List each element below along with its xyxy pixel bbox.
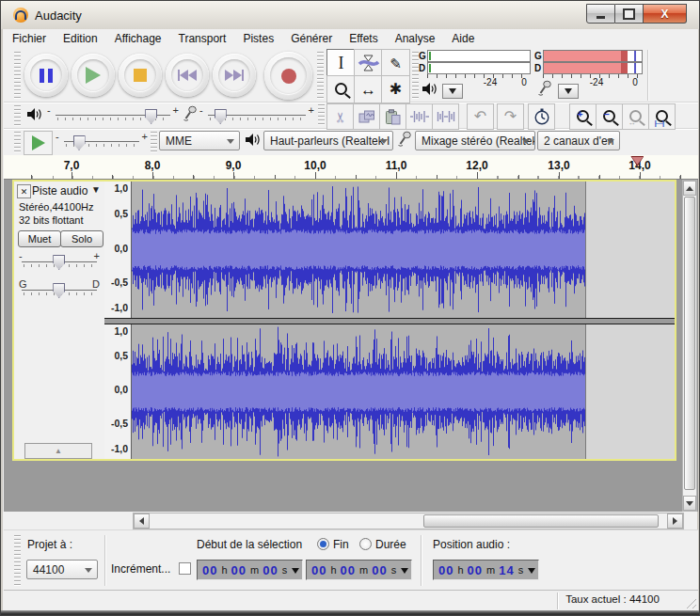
record-button[interactable] [264,52,312,100]
radio-end-label[interactable]: Fin [333,538,349,551]
radio-selection-duration[interactable] [359,538,372,550]
vertical-scrollbar[interactable] [682,180,697,512]
track-control-panel[interactable]: ✕ Piste audio ▼ Stéréo,44100Hz 32 bits f… [14,182,105,459]
play-meter-dropdown-button[interactable] [442,84,463,99]
timeline-ruler[interactable]: 7,0 8,0 9,0 10,0 11,0 12,0 13,0 14,0 [4,155,698,180]
track-gain-thumb[interactable] [53,255,65,270]
selection-toolbar-grip[interactable] [14,535,21,586]
transcription-toolbar-grip[interactable] [14,132,21,152]
trim-audio-button[interactable] [406,103,433,130]
digits[interactable]: 00 [468,563,483,577]
output-device-combo[interactable]: Haut-parleurs (Realtek I [263,131,393,150]
close-button[interactable]: X [644,4,687,24]
play-meter-bar-left[interactable] [427,50,531,62]
audio-track[interactable]: ✕ Piste audio ▼ Stéréo,44100Hz 32 bits f… [12,180,676,461]
output-volume-thumb[interactable] [145,109,157,124]
play-meter-bar-right[interactable] [427,62,531,74]
zoom-tool-button[interactable] [326,75,356,103]
silence-audio-button[interactable] [432,103,459,130]
radio-selection-end[interactable] [317,538,329,550]
playback-speed-thumb[interactable] [73,135,86,150]
input-volume-thumb[interactable] [215,109,227,124]
project-rate-combo[interactable]: 44100 [26,560,98,579]
redo-button[interactable]: ↷ [497,103,524,130]
track-gain-slider[interactable]: - + [19,249,100,270]
digits[interactable]: 00 [372,563,387,577]
track-title[interactable]: Piste audio [32,184,88,197]
play-button[interactable] [72,54,115,97]
undo-button[interactable]: ↶ [467,103,494,130]
track-menu-dropdown-icon[interactable]: ▼ [91,184,101,195]
menu-analyse[interactable]: Analyse [387,32,444,45]
digits[interactable]: 00 [202,563,217,577]
pause-button[interactable] [24,54,68,97]
snap-to-checkbox[interactable] [179,562,191,575]
menu-edition[interactable]: Edition [55,32,106,45]
audio-position-field[interactable]: 00h00m14s [433,560,539,580]
scroll-left-button[interactable] [134,513,150,529]
skip-to-start-button[interactable] [166,54,209,97]
vertical-scroll-thumb[interactable] [684,197,695,490]
play-at-speed-button[interactable] [24,131,53,155]
draw-tool-button[interactable]: ✎ [381,49,410,77]
horizontal-scroll-thumb[interactable] [423,514,659,528]
radio-duration-label[interactable]: Durée [375,538,406,551]
menu-generer[interactable]: Générer [282,32,341,45]
zoom-in-button[interactable]: + [569,103,597,130]
waveform-ch1[interactable] [132,182,675,318]
minimize-button[interactable] [586,4,615,24]
waveform-canvas-ch2[interactable] [132,324,586,459]
input-device-combo[interactable]: Mixage stéréo (Realtek [415,131,535,150]
multi-tool-button[interactable]: ✱ [381,75,410,103]
playback-speed-slider[interactable]: - + [56,130,148,152]
edit-toolbar-grip[interactable] [318,104,325,126]
copy-button[interactable] [353,103,380,130]
stop-button[interactable] [119,54,162,97]
audio-host-combo[interactable]: MME [159,131,240,150]
rec-meter-bar-right[interactable] [543,62,643,74]
mute-button[interactable]: Muet [18,230,61,247]
fit-selection-button[interactable]: ↔ [622,103,649,130]
tracks-panel[interactable]: ✕ Piste audio ▼ Stéréo,44100Hz 32 bits f… [4,180,698,512]
scroll-up-button[interactable] [683,181,696,196]
digits[interactable]: 00 [262,563,278,577]
track-pan-thumb[interactable] [53,283,65,298]
digits[interactable]: 14 [499,563,514,577]
maximize-button[interactable] [615,4,644,24]
vertical-scale-ch1[interactable]: 1,0 0,5 0,0 -0,5 -1,0 [104,182,132,318]
envelope-tool-button[interactable] [354,49,383,77]
selection-tool-button[interactable]: I [326,49,356,77]
scroll-right-button[interactable] [667,513,683,529]
menu-pistes[interactable]: Pistes [234,32,282,45]
track-collapse-button[interactable]: ▲ [24,443,92,459]
zoom-out-button[interactable]: − [596,103,623,130]
meter-toolbar-grip[interactable] [412,52,419,99]
vertical-scale-ch2[interactable]: 1,0 0,5 0,0 -0,5 -1,0 [104,324,132,459]
resize-grip[interactable] [684,596,696,608]
selection-end-field[interactable]: 00h00m00s [306,560,412,580]
fit-project-button[interactable]: |—| [648,103,676,130]
rec-meter-bar-left[interactable] [543,50,643,62]
menu-fichier[interactable]: Fichier [4,32,55,45]
menu-effets[interactable]: Effets [341,32,386,45]
track-close-button[interactable]: ✕ [17,184,31,198]
sync-lock-button[interactable] [528,103,555,130]
cut-button[interactable]: ✂ [326,103,354,130]
selection-start-field[interactable]: 00h00m00s [197,560,303,580]
skip-to-end-button[interactable] [213,54,256,97]
digits[interactable]: 00 [311,563,326,577]
menu-affichage[interactable]: Affichage [106,32,170,45]
horizontal-scrollbar[interactable] [133,513,684,529]
input-volume-slider[interactable]: - + [199,103,314,126]
solo-button[interactable]: Solo [60,230,103,247]
scroll-down-button[interactable] [683,496,696,511]
output-volume-slider[interactable]: - + [47,103,179,126]
rec-meter-dropdown-button[interactable] [558,84,579,99]
track-pan-slider[interactable]: G D [19,277,100,298]
tools-toolbar-grip[interactable] [317,52,324,99]
mixer-toolbar-grip[interactable] [14,105,21,126]
waveform-ch2[interactable] [132,324,675,459]
digits[interactable]: 00 [231,563,247,577]
digits[interactable]: 00 [438,563,453,577]
timeshift-tool-button[interactable]: ↔ [354,75,383,103]
